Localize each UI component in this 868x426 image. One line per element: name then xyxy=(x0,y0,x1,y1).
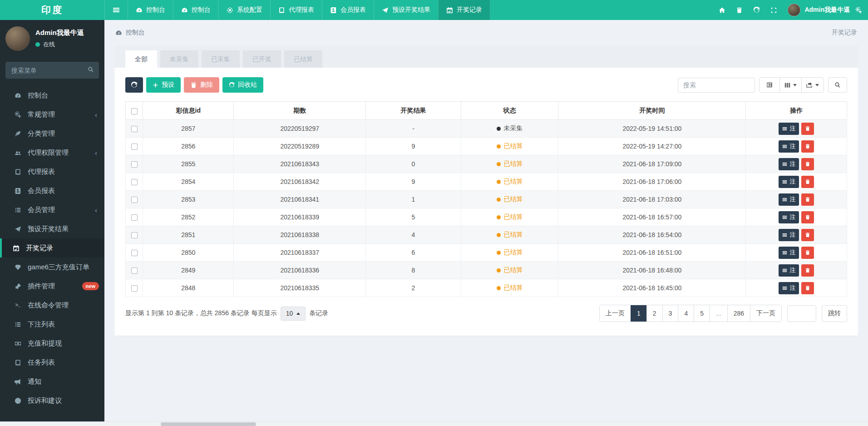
page-button-上一页[interactable]: 上一页 xyxy=(600,305,631,322)
list-icon xyxy=(782,233,787,238)
status-badge: 已结算 xyxy=(497,142,523,150)
navbar-item[interactable]: 代理报表 xyxy=(270,0,322,20)
navbar-item[interactable]: 开奖记录 xyxy=(438,0,490,20)
tab-全部[interactable]: 全部 xyxy=(125,50,157,68)
page-button-3[interactable]: 3 xyxy=(662,305,678,322)
expand-button[interactable] xyxy=(765,0,782,20)
navbar-user-menu[interactable]: Admin我最牛逼 xyxy=(782,4,855,16)
sidebar-item[interactable]: 分类管理 xyxy=(0,124,104,143)
tab-未采集[interactable]: 未采集 xyxy=(160,50,198,68)
navbar-item[interactable]: 控制台 xyxy=(173,0,218,20)
row-checkbox[interactable] xyxy=(131,285,138,292)
export-button[interactable] xyxy=(801,78,824,92)
settings-gears-button[interactable] xyxy=(855,0,867,20)
page-button-1[interactable]: 1 xyxy=(631,305,646,322)
delete-button[interactable]: 删除 xyxy=(184,77,219,93)
delete-row-button[interactable] xyxy=(801,140,814,153)
note-button[interactable]: 注 xyxy=(779,247,799,259)
sidebar-item[interactable]: 插件管理new xyxy=(0,277,104,296)
column-header-id[interactable]: 彩信息id xyxy=(143,102,234,120)
refresh-button[interactable] xyxy=(125,77,143,93)
note-button[interactable]: 注 xyxy=(779,193,799,206)
sidebar-item[interactable]: 投诉和建议 xyxy=(0,391,104,410)
tab-已开奖[interactable]: 已开奖 xyxy=(243,50,281,68)
delete-row-button[interactable] xyxy=(801,211,814,223)
sidebar-item[interactable]: >_在线命令管理 xyxy=(0,296,104,315)
delete-row-button[interactable] xyxy=(801,264,814,277)
sidebar-item[interactable]: 代理权限管理‹ xyxy=(0,143,104,162)
select-all-checkbox[interactable] xyxy=(131,108,138,114)
navbar-item[interactable]: 系统配置 xyxy=(218,0,270,20)
navbar-item[interactable]: 预设开奖结果 xyxy=(374,0,438,20)
row-checkbox[interactable] xyxy=(131,232,138,238)
sidebar-item[interactable]: 通知 xyxy=(0,372,104,391)
sidebar-item[interactable]: 任务列表 xyxy=(0,353,104,372)
sidebar-item[interactable]: 会员管理‹ xyxy=(0,200,104,219)
tab-已采集[interactable]: 已采集 xyxy=(202,50,240,68)
navbar-item[interactable]: 会员报表 xyxy=(322,0,374,20)
sidebar-item[interactable]: 会员报表 xyxy=(0,181,104,200)
horizontal-scrollbar[interactable] xyxy=(0,421,868,426)
page-button-2[interactable]: 2 xyxy=(646,305,662,322)
home-button[interactable] xyxy=(713,0,730,20)
navbar-item[interactable]: 控制台 xyxy=(128,0,173,20)
row-checkbox[interactable] xyxy=(131,179,138,185)
horizontal-scrollbar-thumb[interactable] xyxy=(161,422,256,426)
breadcrumb-home[interactable]: 控制台 xyxy=(126,29,145,37)
column-header-result[interactable]: 开奖结果 xyxy=(366,102,461,120)
sync-button[interactable] xyxy=(748,0,765,20)
delete-row-button[interactable] xyxy=(801,158,814,170)
delete-row-button[interactable] xyxy=(801,123,814,135)
note-button[interactable]: 注 xyxy=(779,140,799,153)
sidebar-item[interactable]: 控制台 xyxy=(0,86,104,105)
row-checkbox[interactable] xyxy=(131,214,138,221)
sidebar-item[interactable]: 下注列表 xyxy=(0,315,104,334)
row-checkbox[interactable] xyxy=(131,197,138,203)
brand-logo[interactable]: 印度 xyxy=(0,0,104,20)
delete-row-button[interactable] xyxy=(801,193,814,206)
row-checkbox[interactable] xyxy=(131,144,138,150)
page-button-下一页[interactable]: 下一页 xyxy=(750,305,781,322)
trash-button[interactable] xyxy=(730,0,748,20)
column-header-issue[interactable]: 期数 xyxy=(234,102,366,120)
tab-已结算[interactable]: 已结算 xyxy=(284,50,322,68)
delete-row-button[interactable] xyxy=(801,229,814,241)
preset-button[interactable]: 预设 xyxy=(146,77,181,93)
jump-page-input[interactable] xyxy=(787,305,816,322)
column-header-time[interactable]: 开奖时间 xyxy=(558,102,746,120)
sidebar-toggle-button[interactable] xyxy=(104,0,128,20)
sidebar-item[interactable]: 代理报表 xyxy=(0,162,104,181)
sidebar-item[interactable]: game6三方充值订单 xyxy=(0,258,104,277)
row-checkbox[interactable] xyxy=(131,161,138,168)
note-button[interactable]: 注 xyxy=(779,176,799,188)
row-checkbox[interactable] xyxy=(131,267,138,274)
sidebar-item[interactable]: 预设开奖结果 xyxy=(0,219,104,238)
page-button-286[interactable]: 286 xyxy=(727,305,750,322)
page-button-4[interactable]: 4 xyxy=(678,305,694,322)
sidebar-item[interactable]: 常规管理‹ xyxy=(0,105,104,124)
delete-row-button[interactable] xyxy=(801,247,814,259)
menu-search-input[interactable] xyxy=(5,62,99,79)
recycle-bin-button[interactable]: 回收站 xyxy=(222,77,263,93)
sidebar-item[interactable]: 开奖记录 xyxy=(0,238,104,258)
note-button[interactable]: 注 xyxy=(779,123,799,135)
sidebar-item[interactable]: 充值和提现 xyxy=(0,334,104,353)
toggle-view-button[interactable] xyxy=(760,78,779,92)
note-button[interactable]: 注 xyxy=(779,264,799,277)
row-checkbox[interactable] xyxy=(131,126,138,132)
note-button[interactable]: 注 xyxy=(779,211,799,223)
page-button-5[interactable]: 5 xyxy=(694,305,710,322)
columns-button[interactable] xyxy=(779,78,801,92)
column-header-status[interactable]: 状态 xyxy=(461,102,558,120)
page-size-select[interactable]: 10 xyxy=(281,307,306,321)
note-button[interactable]: 注 xyxy=(779,282,799,294)
jump-button[interactable]: 跳转 xyxy=(822,305,847,322)
column-header-actions[interactable]: 操作 xyxy=(746,102,847,120)
delete-row-button[interactable] xyxy=(801,176,814,188)
table-search-input[interactable] xyxy=(678,78,755,93)
note-button[interactable]: 注 xyxy=(779,229,799,241)
delete-row-button[interactable] xyxy=(801,282,814,294)
row-checkbox[interactable] xyxy=(131,250,138,256)
note-button[interactable]: 注 xyxy=(779,158,799,170)
advanced-search-button[interactable] xyxy=(828,77,847,93)
